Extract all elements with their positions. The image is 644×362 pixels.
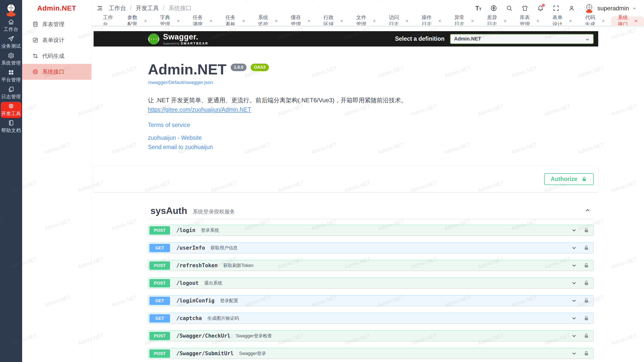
close-icon[interactable]: × [373,18,376,23]
repo-link[interactable]: https://gitee.com/zuohuaijun/Admin.NET [148,106,251,113]
chevron-down-icon[interactable] [571,315,577,322]
unlocked-padlock-icon[interactable] [583,245,589,251]
rail-item-system-mgmt[interactable]: 系统管理 [1,51,21,67]
search-icon[interactable] [506,5,513,12]
page-tab[interactable]: 缓存管理× [284,16,317,25]
close-icon[interactable]: × [438,18,441,23]
unlocked-padlock-icon[interactable] [583,350,589,356]
chevron-down-icon[interactable] [571,297,577,304]
api-operation-row[interactable]: GET /userInfo 获取用户信息 [148,242,594,253]
close-icon[interactable]: × [242,18,245,23]
api-operation-row[interactable]: POST /Swagger/CheckUrl Swagger登录检查 [148,330,594,341]
sidebar-item-form-design[interactable]: 表单设计 [22,32,91,48]
unlocked-padlock-icon[interactable] [583,227,589,233]
page-tab[interactable]: 工作台 [96,16,121,25]
page-tab[interactable]: 操作日志× [415,16,448,25]
chevron-down-icon[interactable] [571,333,577,339]
api-section-sysAuth: sysAuth 系统登录授权服务 POST /login 登录系统 GET /u… [148,206,594,359]
close-icon[interactable]: × [340,18,343,23]
unlocked-padlock-icon[interactable] [583,333,589,339]
spec-url-link[interactable]: /swagger/Default/swagger.json [148,80,594,85]
close-icon[interactable]: × [307,18,310,23]
fullscreen-icon[interactable] [553,5,559,12]
chevron-down-icon[interactable] [571,262,577,269]
api-operation-row[interactable]: POST /logout 退出系统 [148,278,594,289]
database-icon [32,21,38,27]
page-tab[interactable]: 系统接口× [611,16,644,25]
chevron-down-icon[interactable] [571,227,577,234]
page-tab[interactable]: 任务调度× [186,16,219,25]
page-tab[interactable]: 字典管理× [153,16,186,25]
sidebar-item-sys-api[interactable]: 系统接口 [22,64,91,80]
notifications-bell-icon[interactable] [537,5,544,12]
theme-shirt-icon[interactable] [521,5,528,12]
page-tab[interactable]: 表单设计× [546,16,579,25]
chevron-up-icon[interactable] [584,207,591,215]
notification-badge-dot [542,4,545,7]
chevron-down-icon[interactable] [571,280,577,286]
rail-item-help-docs[interactable]: 帮助文档 [1,119,21,135]
authorize-button[interactable]: Authorize [544,173,594,185]
api-section-header[interactable]: sysAuth 系统登录授权服务 [148,206,594,219]
close-icon[interactable]: × [471,18,474,23]
definition-select[interactable]: Admin.NET [450,34,594,44]
page-tab[interactable]: 文件管理× [350,16,382,25]
page-tab[interactable]: 访问日志× [382,16,415,25]
page-tab[interactable]: 系统监控× [252,16,284,25]
language-icon[interactable] [490,5,497,12]
app-logo-mascot[interactable] [3,2,19,17]
breadcrumb: 工作台 / 开发工具 / 系统接口 [109,4,192,12]
rail-item-log-mgmt[interactable]: 日志管理 [1,85,21,101]
page-tab[interactable]: 异常日志× [448,16,480,25]
unlocked-padlock-icon[interactable] [583,262,589,268]
api-operation-row[interactable]: GET /loginConfig 登录配置 [148,295,594,306]
rail-item-dev-tools[interactable]: 开发工具 [1,102,21,118]
sidebar-item-code-gen[interactable]: 代码生成 [22,48,91,64]
page-tab[interactable]: 差异日志× [480,16,513,25]
oas-version-badge: OAS3 [251,64,269,71]
api-summary: 退出系统 [204,280,222,286]
close-icon[interactable]: × [536,18,539,23]
home-icon [8,19,14,25]
chevron-down-icon[interactable] [571,350,577,357]
close-icon[interactable]: × [144,18,147,23]
sidebar-collapse-icon[interactable] [96,5,103,12]
api-operation-row[interactable]: POST /Swagger/SubmitUrl Swagger登录 [148,348,594,359]
page-tab[interactable]: 代码生成× [579,16,611,25]
page-tab[interactable]: 库表管理× [513,16,546,25]
page-tab[interactable]: 参数配置× [121,16,153,25]
close-icon[interactable]: × [602,18,605,23]
api-path: /loginConfig [176,298,215,304]
breadcrumb-item[interactable]: 工作台 [109,4,126,12]
sidebar-item-db-table-mgmt[interactable]: 库表管理 [22,16,91,32]
unlocked-padlock-icon[interactable] [583,298,589,304]
close-icon[interactable]: × [209,18,212,23]
api-operation-row[interactable]: POST /login 登录系统 [148,225,594,236]
close-icon[interactable]: × [634,18,637,23]
rail-item-biz-test[interactable]: 业务测试 [1,34,21,51]
website-link[interactable]: zuohuaijun - Website [148,134,594,141]
font-size-icon[interactable]: TT [475,5,481,11]
user-menu[interactable]: superadmin [584,3,637,14]
http-method-badge: GET [149,314,170,323]
rail-item-platform-mgmt[interactable]: 平台管理 [1,68,21,84]
page-tab[interactable]: 任务看板× [219,16,252,25]
close-icon[interactable]: × [504,18,507,23]
page-tab[interactable]: 行政区域× [317,16,350,25]
chevron-down-icon[interactable] [571,245,577,251]
api-operation-row[interactable]: GET /captcha 生成图片验证码 [148,313,594,324]
close-icon[interactable]: × [569,18,572,23]
close-icon[interactable]: × [275,18,278,23]
rail-item-workbench[interactable]: 工作台 [1,18,21,34]
terms-of-service-link[interactable]: Terms of service [148,122,594,128]
close-icon[interactable]: × [177,18,180,23]
api-operation-row[interactable]: POST /refreshToken 获取刷新Token [148,260,594,271]
swagger-panel: {···} Swagger. Supported bySMARTBEAR Sel… [94,31,598,362]
close-icon[interactable]: × [406,18,409,23]
unlocked-padlock-icon[interactable] [583,280,589,286]
api-summary: 获取用户信息 [211,245,238,251]
email-link[interactable]: Send email to zuohuaijun [148,144,594,151]
profile-icon[interactable] [568,5,575,12]
unlocked-padlock-icon[interactable] [583,315,589,321]
breadcrumb-item[interactable]: 开发工具 [136,4,159,12]
